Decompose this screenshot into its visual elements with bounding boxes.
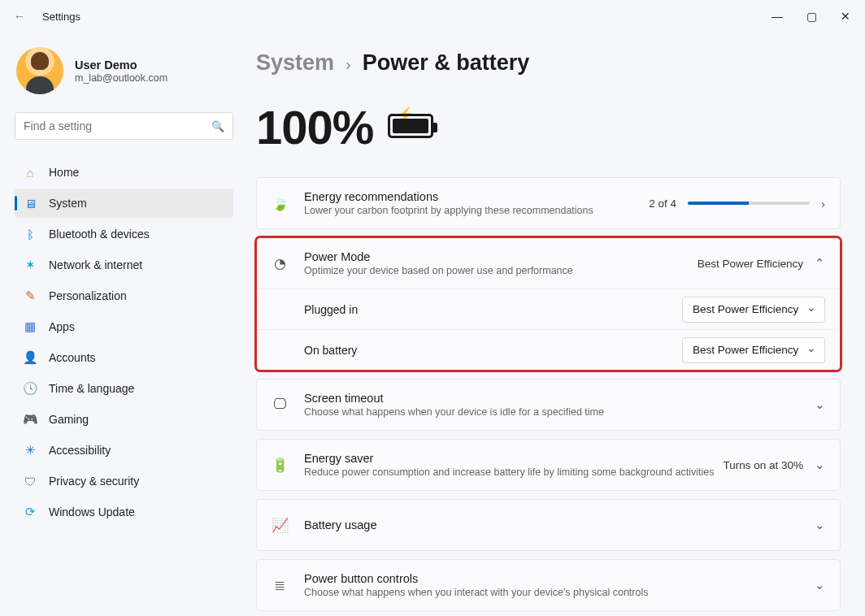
accessibility-icon: ✳ bbox=[23, 443, 37, 458]
energy-saver-status: Turns on at 30% bbox=[723, 459, 803, 471]
sidebar-item-label: Time & language bbox=[49, 382, 134, 395]
sidebar-item-label: Accessibility bbox=[49, 444, 111, 457]
nav: ⌂Home 🖥System ᛒBluetooth & devices ✶Netw… bbox=[15, 158, 233, 527]
search-box[interactable]: 🔍 bbox=[15, 112, 233, 140]
minimize-button[interactable]: — bbox=[769, 10, 785, 23]
sidebar-item-accounts[interactable]: 👤Accounts bbox=[15, 343, 233, 372]
card-title: Energy recommendations bbox=[304, 190, 649, 203]
card-desc: Optimize your device based on power use … bbox=[304, 265, 698, 276]
wifi-icon: ✶ bbox=[23, 258, 37, 272]
chevron-down-icon[interactable]: ⌄ bbox=[815, 578, 825, 592]
sidebar-item-accessibility[interactable]: ✳Accessibility bbox=[15, 436, 233, 465]
card-power-button[interactable]: ≣ Power button controls Choose what happ… bbox=[256, 559, 841, 611]
sidebar: User Demo m_lab@outlook.com 🔍 ⌂Home 🖥Sys… bbox=[0, 33, 248, 616]
home-icon: ⌂ bbox=[23, 165, 37, 180]
progress-bar bbox=[688, 202, 810, 205]
sidebar-item-label: Personalization bbox=[49, 289, 127, 302]
avatar bbox=[16, 47, 63, 94]
power-mode-header[interactable]: ◔ Power Mode Optimize your device based … bbox=[257, 238, 840, 288]
search-input[interactable] bbox=[24, 119, 211, 132]
page-title: Power & battery bbox=[363, 50, 530, 76]
titlebar: ← Settings — ▢ ✕ bbox=[0, 0, 865, 33]
sidebar-item-privacy[interactable]: 🛡Privacy & security bbox=[15, 466, 233, 496]
chevron-up-icon[interactable]: ⌃ bbox=[815, 256, 825, 271]
search-icon: 🔍 bbox=[211, 120, 224, 132]
chevron-down-icon[interactable]: ⌄ bbox=[815, 458, 825, 472]
card-desc: Reduce power consumption and increase ba… bbox=[304, 466, 723, 478]
card-title: Power Mode bbox=[304, 250, 698, 263]
clock-icon: 🕓 bbox=[23, 381, 37, 396]
maximize-button[interactable]: ▢ bbox=[803, 10, 819, 23]
chart-icon: 📈 bbox=[270, 517, 289, 534]
gauge-icon: ◔ bbox=[270, 255, 289, 272]
sliders-icon: ≣ bbox=[270, 577, 289, 594]
sidebar-item-label: Apps bbox=[49, 320, 75, 333]
on-battery-label: On battery bbox=[304, 344, 682, 357]
sidebar-item-label: Windows Update bbox=[49, 505, 135, 518]
sidebar-item-label: Gaming bbox=[49, 413, 89, 426]
sidebar-item-label: Privacy & security bbox=[49, 475, 139, 488]
power-mode-summary: Best Power Efficiency bbox=[698, 258, 803, 270]
card-title: Energy saver bbox=[304, 452, 723, 465]
monitor-icon: 🖵 bbox=[270, 397, 289, 413]
breadcrumb-root[interactable]: System bbox=[256, 50, 334, 76]
card-battery-usage[interactable]: 📈 Battery usage ⌄ bbox=[256, 499, 841, 551]
chevron-right-icon[interactable]: › bbox=[821, 197, 825, 210]
sidebar-item-apps[interactable]: ▦Apps bbox=[15, 312, 233, 341]
profile-email: m_lab@outlook.com bbox=[75, 72, 167, 84]
chevron-right-icon: › bbox=[346, 55, 351, 74]
sidebar-item-update[interactable]: ⟳Windows Update bbox=[15, 497, 233, 527]
card-energy-recommendations[interactable]: 🍃 Energy recommendations Lower your carb… bbox=[256, 177, 841, 229]
battery-percent: 100% bbox=[256, 100, 373, 154]
window-title: Settings bbox=[42, 11, 80, 23]
update-icon: ⟳ bbox=[23, 505, 37, 519]
card-desc: Lower your carbon footprint by applying … bbox=[304, 205, 649, 216]
card-screen-timeout[interactable]: 🖵 Screen timeout Choose what happens whe… bbox=[256, 379, 841, 431]
main-content: System › Power & battery 100% ⚡ 🍃 Energy… bbox=[248, 33, 865, 616]
chevron-down-icon[interactable]: ⌄ bbox=[815, 397, 825, 412]
card-desc: Choose what happens when you interact wi… bbox=[304, 587, 815, 598]
power-mode-battery-row: On battery Best Power Efficiency bbox=[257, 329, 840, 370]
profile-name: User Demo bbox=[75, 59, 167, 72]
battery-status: 100% ⚡ bbox=[256, 100, 841, 154]
breadcrumb: System › Power & battery bbox=[256, 50, 841, 76]
sidebar-item-label: Bluetooth & devices bbox=[49, 228, 150, 241]
sidebar-item-personalization[interactable]: ✎Personalization bbox=[15, 281, 233, 310]
card-power-mode: ◔ Power Mode Optimize your device based … bbox=[256, 237, 841, 371]
sidebar-item-bluetooth[interactable]: ᛒBluetooth & devices bbox=[15, 219, 233, 249]
gamepad-icon: 🎮 bbox=[23, 412, 37, 427]
profile-block[interactable]: User Demo m_lab@outlook.com bbox=[15, 42, 233, 112]
sidebar-item-label: Accounts bbox=[49, 351, 96, 364]
bluetooth-icon: ᛒ bbox=[23, 227, 37, 241]
sidebar-item-label: Network & internet bbox=[49, 258, 142, 271]
sidebar-item-label: System bbox=[49, 197, 87, 210]
close-button[interactable]: ✕ bbox=[837, 10, 854, 23]
sidebar-item-system[interactable]: 🖥System bbox=[15, 189, 233, 218]
leaf-icon: 🍃 bbox=[270, 195, 289, 212]
card-title: Screen timeout bbox=[304, 392, 815, 405]
sidebar-item-network[interactable]: ✶Network & internet bbox=[15, 250, 233, 280]
battery-leaf-icon: 🔋 bbox=[270, 457, 289, 474]
person-icon: 👤 bbox=[23, 350, 37, 365]
card-title: Power button controls bbox=[304, 572, 815, 585]
card-title: Battery usage bbox=[304, 518, 815, 531]
sidebar-item-gaming[interactable]: 🎮Gaming bbox=[15, 405, 233, 434]
shield-icon: 🛡 bbox=[23, 474, 37, 488]
card-energy-saver[interactable]: 🔋 Energy saver Reduce power consumption … bbox=[256, 439, 841, 491]
back-button[interactable]: ← bbox=[11, 10, 28, 23]
battery-icon bbox=[388, 114, 433, 138]
sidebar-item-home[interactable]: ⌂Home bbox=[15, 158, 233, 187]
on-battery-dropdown[interactable]: Best Power Efficiency bbox=[682, 337, 825, 363]
plugged-in-dropdown[interactable]: Best Power Efficiency bbox=[682, 297, 825, 323]
chevron-down-icon[interactable]: ⌄ bbox=[815, 518, 825, 532]
brush-icon: ✎ bbox=[23, 288, 37, 303]
power-mode-plugged-row: Plugged in Best Power Efficiency bbox=[257, 288, 840, 329]
sidebar-item-time[interactable]: 🕓Time & language bbox=[15, 374, 233, 403]
system-icon: 🖥 bbox=[23, 196, 37, 210]
sidebar-item-label: Home bbox=[49, 166, 79, 179]
plugged-in-label: Plugged in bbox=[304, 303, 682, 316]
energy-rec-count: 2 of 4 bbox=[649, 197, 676, 210]
apps-icon: ▦ bbox=[23, 319, 37, 334]
card-desc: Choose what happens when your device is … bbox=[304, 406, 815, 418]
